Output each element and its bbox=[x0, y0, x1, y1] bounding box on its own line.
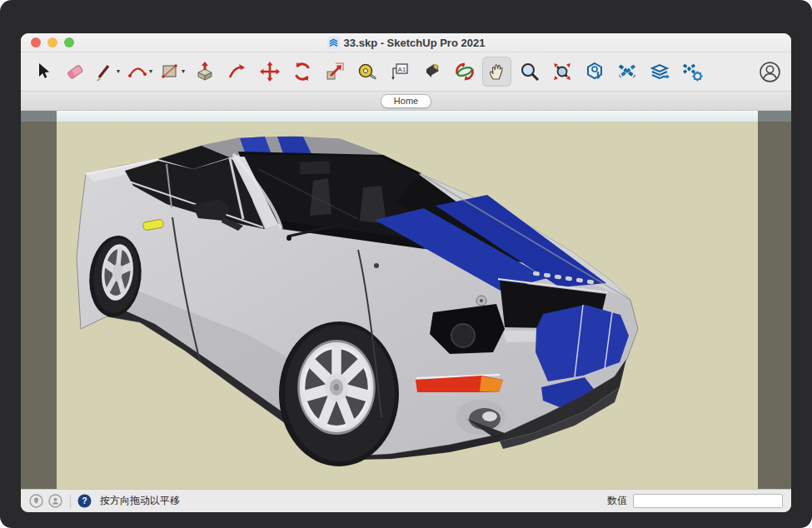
screenshot-frame: 33.skp - SketchUp Pro 2021 ▾▾▾A1 Home bbox=[0, 0, 812, 528]
measurements: 数值 bbox=[607, 494, 783, 508]
rectangle-dropdown-caret[interactable]: ▾ bbox=[182, 68, 185, 75]
publish-layers-icon bbox=[649, 61, 670, 82]
download-model-icon bbox=[584, 61, 605, 82]
help-icon: ? bbox=[77, 494, 92, 508]
scale-tool-button[interactable] bbox=[320, 57, 349, 87]
scene-tab-strip: Home bbox=[21, 92, 791, 111]
help-button[interactable]: ? bbox=[77, 494, 92, 508]
letterbox-right-sky bbox=[758, 111, 791, 122]
pan-tool-button[interactable] bbox=[482, 57, 511, 87]
measurements-input[interactable] bbox=[633, 494, 783, 508]
select-icon bbox=[32, 61, 53, 82]
download-model-tool-button[interactable] bbox=[580, 57, 609, 87]
measurements-label: 数值 bbox=[607, 494, 627, 508]
follow-me-icon bbox=[227, 61, 248, 82]
model-render bbox=[57, 111, 758, 489]
tape-measure-icon bbox=[356, 61, 378, 82]
zoom-icon bbox=[519, 61, 541, 82]
statusbar-divider bbox=[70, 495, 71, 508]
arc-icon bbox=[127, 61, 148, 82]
claim-credit-button[interactable] bbox=[48, 494, 62, 508]
svg-text:?: ? bbox=[82, 496, 87, 506]
rectangle-tool-button[interactable]: ▾ bbox=[157, 57, 187, 87]
tape-measure-tool-button[interactable] bbox=[352, 57, 381, 87]
follow-me-tool-button[interactable] bbox=[222, 57, 252, 87]
move-icon bbox=[259, 61, 281, 82]
person-icon bbox=[48, 494, 62, 508]
publish-layers-tool-button[interactable] bbox=[645, 57, 674, 87]
rectangle-icon bbox=[159, 61, 181, 82]
push-pull-tool-button[interactable] bbox=[190, 57, 219, 87]
canvas-area bbox=[21, 111, 791, 489]
toolbar-tools: ▾▾▾A1 bbox=[27, 57, 706, 87]
select-tool-button[interactable] bbox=[27, 57, 57, 87]
letterbox-left bbox=[21, 111, 57, 489]
eraser-tool-button[interactable] bbox=[60, 57, 89, 87]
letterbox-left-sky bbox=[21, 111, 57, 122]
minimize-button[interactable] bbox=[47, 37, 57, 47]
zoom-button[interactable] bbox=[64, 37, 74, 47]
front-wheel bbox=[279, 321, 399, 466]
close-button[interactable] bbox=[31, 37, 41, 47]
letterbox-right bbox=[758, 111, 791, 489]
sketchup-logo-icon bbox=[327, 37, 340, 49]
pan-icon bbox=[486, 61, 508, 82]
rotate-tool-button[interactable] bbox=[287, 57, 316, 87]
trimble-connect-icon bbox=[616, 61, 638, 82]
zoom-tool-button[interactable] bbox=[515, 57, 544, 87]
eraser-icon bbox=[64, 61, 86, 82]
statusbar: ? 按方向拖动以平移 数值 bbox=[21, 489, 791, 512]
toolbar: ▾▾▾A1 bbox=[21, 52, 791, 92]
geolocation-button[interactable] bbox=[29, 494, 43, 508]
geolocation-icon bbox=[29, 494, 43, 508]
line-icon bbox=[94, 61, 116, 82]
paint-bucket-tool-button[interactable] bbox=[417, 57, 446, 87]
paint-bucket-icon bbox=[421, 61, 443, 82]
arc-tool-button[interactable]: ▾ bbox=[125, 57, 154, 87]
arc-dropdown-caret[interactable]: ▾ bbox=[149, 68, 152, 75]
zoom-extents-icon bbox=[551, 61, 573, 82]
account-button[interactable] bbox=[759, 61, 781, 83]
connect-settings-tool-button[interactable] bbox=[677, 57, 706, 87]
push-pull-icon bbox=[194, 61, 216, 82]
canvas-viewport[interactable] bbox=[57, 111, 758, 489]
orbit-icon bbox=[454, 61, 476, 82]
sketchup-window: 33.skp - SketchUp Pro 2021 ▾▾▾A1 Home bbox=[21, 33, 791, 512]
account-icon bbox=[759, 61, 781, 83]
orbit-tool-button[interactable] bbox=[450, 57, 479, 87]
move-tool-button[interactable] bbox=[255, 57, 284, 87]
status-message: 按方向拖动以平移 bbox=[100, 494, 180, 508]
traffic-lights bbox=[31, 37, 74, 47]
text-tool-button[interactable]: A1 bbox=[385, 57, 414, 87]
text-icon: A1 bbox=[389, 61, 411, 82]
zoom-extents-tool-button[interactable] bbox=[547, 57, 576, 87]
window-title-text: 33.skp - SketchUp Pro 2021 bbox=[344, 37, 486, 49]
trimble-connect-tool-button[interactable] bbox=[612, 57, 641, 87]
line-dropdown-caret[interactable]: ▾ bbox=[117, 68, 120, 75]
rotate-icon bbox=[291, 61, 313, 82]
window-title: 33.skp - SketchUp Pro 2021 bbox=[21, 37, 791, 49]
scale-icon bbox=[324, 61, 346, 82]
svg-text:A1: A1 bbox=[397, 66, 406, 73]
line-tool-button[interactable]: ▾ bbox=[92, 57, 122, 87]
scene-tab-home[interactable]: Home bbox=[381, 94, 431, 108]
titlebar: 33.skp - SketchUp Pro 2021 bbox=[21, 33, 791, 52]
connect-settings-icon bbox=[681, 61, 703, 82]
